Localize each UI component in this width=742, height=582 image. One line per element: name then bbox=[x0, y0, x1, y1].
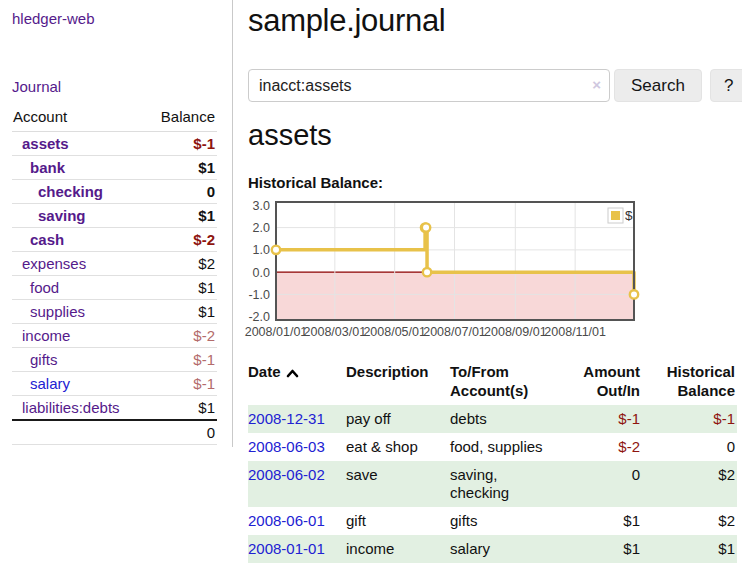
search-bar: × Search ? bbox=[248, 69, 742, 102]
register-row: 2008-06-02savesaving, checking0$2 bbox=[248, 461, 737, 507]
account-row: salary$-1 bbox=[12, 372, 217, 396]
account-balance: $1 bbox=[146, 276, 217, 300]
account-link[interactable]: saving bbox=[12, 204, 146, 228]
accounts-total-spacer bbox=[12, 420, 146, 445]
transaction-accounts: food, supplies bbox=[450, 433, 558, 461]
x-axis-tick-label: 2008/03/01 bbox=[304, 325, 367, 339]
x-axis-tick-label: 2008/07/01 bbox=[423, 325, 486, 339]
transaction-description: gift bbox=[346, 507, 450, 535]
register-header-accounts: To/FromAccount(s) bbox=[450, 362, 558, 405]
y-axis-tick-label: -1.0 bbox=[248, 288, 270, 302]
account-link[interactable]: bank bbox=[12, 156, 146, 180]
accounts-header-account: Account bbox=[12, 108, 146, 132]
account-link[interactable]: expenses bbox=[12, 252, 146, 276]
y-axis-tick-label: 3.0 bbox=[253, 199, 270, 213]
account-balance: $-1 bbox=[146, 372, 217, 396]
data-point-marker bbox=[422, 223, 430, 231]
legend-swatch bbox=[611, 211, 620, 220]
account-row: supplies$1 bbox=[12, 300, 217, 324]
account-link[interactable]: supplies bbox=[12, 300, 146, 324]
transaction-date-link[interactable]: 2008-01-01 bbox=[248, 535, 346, 563]
account-balance: $-2 bbox=[146, 228, 217, 252]
transaction-date-link[interactable]: 2008-06-01 bbox=[248, 507, 346, 535]
transaction-balance: 0 bbox=[642, 433, 737, 461]
search-field-wrap: × bbox=[248, 69, 610, 102]
transaction-description: save bbox=[346, 461, 450, 507]
page-title: sample.journal bbox=[248, 3, 742, 39]
register-table: DateDescriptionTo/FromAccount(s)AmountOu… bbox=[248, 362, 737, 563]
sidebar-item-journal[interactable]: Journal bbox=[12, 78, 218, 96]
transaction-amount: $-1 bbox=[558, 405, 642, 433]
account-row: liabilities:debts$1 bbox=[12, 396, 217, 421]
account-row: checking0 bbox=[12, 180, 217, 204]
transaction-amount: 0 bbox=[558, 461, 642, 507]
x-axis-tick-label: 2008/05/01 bbox=[363, 325, 426, 339]
account-row: expenses$2 bbox=[12, 252, 217, 276]
account-balance: $1 bbox=[146, 156, 217, 180]
help-button[interactable]: ? bbox=[710, 69, 742, 102]
y-axis-tick-label: 1.0 bbox=[253, 243, 270, 257]
accounts-table: Account Balance assets$-1bank$1checking0… bbox=[12, 108, 217, 445]
account-link[interactable]: gifts bbox=[12, 348, 146, 372]
transaction-date-link[interactable]: 2008-06-02 bbox=[248, 461, 346, 507]
register-header-amount: AmountOut/In bbox=[558, 362, 642, 405]
account-link[interactable]: income bbox=[12, 324, 146, 348]
account-balance: $-2 bbox=[146, 324, 217, 348]
y-axis-tick-label: 2.0 bbox=[253, 221, 270, 235]
data-point-marker bbox=[630, 290, 638, 298]
search-button[interactable]: Search bbox=[614, 69, 702, 102]
transaction-accounts: salary bbox=[450, 535, 558, 563]
transaction-description: eat & shop bbox=[346, 433, 450, 461]
accounts-total-value: 0 bbox=[146, 420, 217, 445]
search-input[interactable] bbox=[248, 69, 610, 102]
transaction-balance: $2 bbox=[642, 507, 737, 535]
register-row: 2008-06-01giftgifts$1$2 bbox=[248, 507, 737, 535]
account-balance: $2 bbox=[146, 252, 217, 276]
legend-label: $ bbox=[625, 208, 633, 223]
account-heading: assets bbox=[248, 118, 742, 152]
transaction-accounts: gifts bbox=[450, 507, 558, 535]
account-link[interactable]: food bbox=[12, 276, 146, 300]
account-row: saving$1 bbox=[12, 204, 217, 228]
transaction-description: income bbox=[346, 535, 450, 563]
register-row: 2008-01-01incomesalary$1$1 bbox=[248, 535, 737, 563]
app-brand-link[interactable]: hledger-web bbox=[12, 10, 218, 28]
account-link[interactable]: checking bbox=[12, 180, 146, 204]
y-axis-tick-label: 0.0 bbox=[253, 266, 270, 280]
accounts-header-row: Account Balance bbox=[12, 108, 217, 132]
register-header-date[interactable]: Date bbox=[248, 362, 346, 405]
register-row: 2008-12-31pay offdebts$-1$-1 bbox=[248, 405, 737, 433]
transaction-balance: $-1 bbox=[642, 405, 737, 433]
account-balance: $-1 bbox=[146, 348, 217, 372]
account-link[interactable]: salary bbox=[12, 372, 146, 396]
transaction-amount: $1 bbox=[558, 535, 642, 563]
clear-search-icon[interactable]: × bbox=[592, 76, 601, 93]
data-point-marker bbox=[272, 246, 280, 254]
data-point-marker bbox=[423, 268, 431, 276]
sort-ascending-icon bbox=[286, 369, 299, 378]
historical-balance-chart: $3.02.01.00.0-1.0-2.02008/01/012008/03/0… bbox=[242, 198, 742, 344]
account-row: gifts$-1 bbox=[12, 348, 217, 372]
sidebar: hledger-web Journal Account Balance asse… bbox=[0, 0, 233, 447]
account-row: food$1 bbox=[12, 276, 217, 300]
transaction-accounts: debts bbox=[450, 405, 558, 433]
register-header-description: Description bbox=[346, 362, 450, 405]
account-row: bank$1 bbox=[12, 156, 217, 180]
account-link[interactable]: assets bbox=[12, 132, 146, 156]
account-row: assets$-1 bbox=[12, 132, 217, 156]
account-balance: $1 bbox=[146, 396, 217, 421]
account-link[interactable]: liabilities:debts bbox=[12, 396, 146, 421]
transaction-date-link[interactable]: 2008-12-31 bbox=[248, 405, 346, 433]
account-row: cash$-2 bbox=[12, 228, 217, 252]
y-axis-tick-label: -2.0 bbox=[248, 310, 270, 324]
account-link[interactable]: cash bbox=[12, 228, 146, 252]
transaction-balance: $2 bbox=[642, 461, 737, 507]
transaction-date-link[interactable]: 2008-06-03 bbox=[248, 433, 346, 461]
register-header-row: DateDescriptionTo/FromAccount(s)AmountOu… bbox=[248, 362, 737, 405]
transaction-amount: $1 bbox=[558, 507, 642, 535]
account-balance: $1 bbox=[146, 300, 217, 324]
accounts-header-balance: Balance bbox=[146, 108, 217, 132]
account-balance: $-1 bbox=[146, 132, 217, 156]
main-content: sample.journal × Search ? assets Histori… bbox=[233, 0, 742, 582]
transaction-accounts: saving, checking bbox=[450, 461, 558, 507]
